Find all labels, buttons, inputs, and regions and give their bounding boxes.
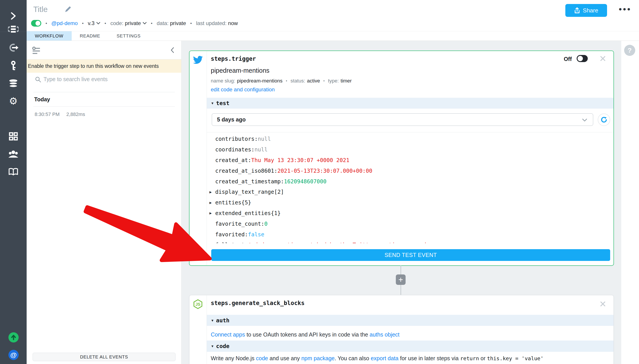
auth-help-text: Connect apps to use OAuth tokens and API… [211,332,400,338]
json-row: ▶created_at: Thu May 13 23:30:07 +0000 2… [207,155,613,166]
code-help-text: Write any Node.js code and use any npm p… [211,355,544,362]
events-panel: Enable the trigger step to run this work… [27,41,181,364]
close-step-icon[interactable] [600,301,605,306]
workflow-canvas: steps.trigger Off pipedream-mentions nam… [181,41,621,364]
last-updated-value: now [228,20,238,26]
workflow-active-toggle[interactable] [31,20,41,26]
account-link[interactable]: @pd-demo [51,20,78,26]
edit-code-configuration-link[interactable]: edit code and configuration [211,86,275,93]
json-row: ▶full_text: @pd_demo mention matched by … [207,240,613,243]
delete-all-events-button[interactable]: DELETE ALL EVENTS [33,353,175,361]
test-section-header[interactable]: ▼ test [207,98,613,108]
chevron-down-icon [143,22,147,24]
tab-readme[interactable]: README [72,31,109,40]
nodejs-icon: JS [193,299,203,310]
changelog-up-arrow-icon[interactable] [9,332,19,342]
share-button-label: Share [583,7,598,14]
chevron-down-icon [582,118,587,122]
source-meta: name slug:pipedream-mentions • status:ac… [211,78,352,84]
inline-link[interactable]: npm package [301,355,335,361]
share-button[interactable]: Share [565,4,607,17]
app-sidebar: ⚙ @ [0,0,27,364]
trigger-step-card: steps.trigger Off pipedream-mentions nam… [189,50,614,266]
section-collapse-triangle-icon: ▼ [211,344,214,348]
expand-arrow-icon[interactable]: ▶ [209,190,215,194]
settings-gear-icon[interactable]: ⚙ [0,94,27,108]
code-visibility-selector[interactable]: code: private [110,20,146,26]
edit-title-pencil-icon[interactable] [64,6,71,14]
tab-workflow[interactable]: WORKFLOW [27,31,72,40]
refresh-events-button[interactable] [598,114,610,126]
workflows-icon[interactable] [0,22,27,36]
trigger-notice-banner: Enable the trigger step to run this work… [27,60,181,73]
inline-link[interactable]: auths object [370,332,400,338]
auth-section-header[interactable]: ▼ auth [207,315,613,326]
filter-events-icon[interactable] [32,46,40,56]
inline-link[interactable]: code [256,355,268,361]
json-tree: ▶contributors: null▶coordinates: null▶cr… [207,132,613,243]
step-name: steps.generate_slack_blocks [211,300,305,306]
accounts-key-icon[interactable] [0,58,27,73]
json-row: ▶created_at_iso8601: 2021-05-13T23:30:07… [207,165,613,176]
expand-arrow-icon[interactable]: ▶ [209,200,215,205]
inline-link[interactable]: Connect apps [211,332,245,338]
step-gutter [189,51,207,265]
close-step-icon[interactable] [600,56,605,61]
community-people-icon[interactable] [0,147,27,162]
source-title: pipedream-mentions [211,67,269,74]
code-step-card: JS steps.generate_slack_blocks ▼ auth Co… [189,295,614,364]
tab-settings[interactable]: SETTINGS [109,31,149,40]
workflow-meta-row: • @pd-demo • v.3 • code: private • data:… [31,20,238,27]
apps-grid-icon[interactable] [0,129,27,144]
event-sources-icon[interactable] [0,40,27,55]
json-row[interactable]: ▶extended_entities {1} [207,208,613,218]
json-row: ▶favorite_count: 0 [207,218,613,229]
workflow-header: Title Share ●●● • @pd-demo • v.3 • code:… [27,0,639,31]
json-row: ▶coordinates: null [207,144,613,155]
event-list-item[interactable]: 8:30:57 PM 2,882ms [27,109,181,120]
help-button[interactable]: ? [624,45,635,56]
events-toolbar [27,41,181,60]
expand-arrow-icon[interactable]: ▶ [209,211,215,215]
step-name: steps.trigger [211,56,256,62]
version-selector[interactable]: v.3 [88,20,100,26]
event-duration: 2,882ms [66,112,85,117]
inline-link[interactable]: export data [371,355,399,361]
twitter-icon [193,55,203,66]
json-row: ▶created_at_timestamp: 1620948607000 [207,176,613,187]
pipedream-workflow-editor: ⚙ @ Title [0,0,639,364]
data-visibility-value: private [170,20,186,26]
support-at-icon[interactable]: @ [9,350,19,360]
tab-bar: WORKFLOW README SETTINGS [27,31,639,41]
step-gutter: JS [189,295,207,364]
last-updated-label: last updated: [196,20,226,26]
add-step-button[interactable]: + [396,274,406,285]
more-menu-button[interactable]: ●●● [618,6,631,12]
collapse-panel-chevron-icon[interactable] [171,47,174,54]
sql-database-icon[interactable] [0,76,27,91]
section-collapse-triangle-icon: ▼ [211,318,214,322]
chevron-down-icon [96,22,100,24]
data-visibility-label: data: [157,20,168,26]
share-icon [574,7,580,14]
json-row[interactable]: ▶entities {5} [207,197,613,208]
svg-text:JS: JS [195,302,200,306]
section-collapse-triangle-icon: ▼ [211,101,214,105]
test-event-selector[interactable]: 5 days ago [212,113,593,126]
json-row: ▶favorited: false [207,229,613,240]
event-time: 8:30:57 PM [35,112,66,117]
code-section-header[interactable]: ▼ code [207,340,613,352]
search-events-input[interactable] [43,76,167,83]
json-row: ▶contributors: null [207,134,613,144]
help-strip: ? [621,41,639,364]
json-row[interactable]: ▶display_text_range [2] [207,187,613,197]
workflow-title[interactable]: Title [33,5,48,14]
docs-book-icon[interactable] [0,164,27,179]
search-icon [35,76,41,84]
send-test-event-button[interactable]: SEND TEST EVENT [211,249,610,261]
trigger-on-off-toggle[interactable] [577,55,588,62]
trigger-toggle-label: Off [564,56,572,62]
today-group-label: Today [34,96,50,103]
